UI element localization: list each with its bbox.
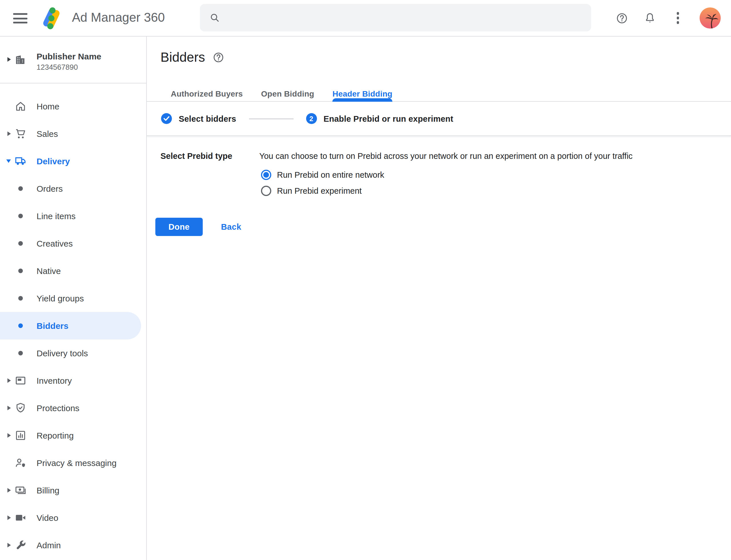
sidebar-item-label: Billing: [37, 485, 59, 495]
shield-check-icon: [14, 402, 27, 414]
radio-selected-icon[interactable]: [261, 170, 271, 180]
home-icon: [14, 100, 27, 113]
sidebar-item-home[interactable]: Home: [0, 93, 146, 120]
user-avatar[interactable]: [700, 7, 721, 29]
sidebar-item-delivery[interactable]: Delivery: [0, 147, 146, 175]
person-shield-icon: [14, 457, 27, 469]
sidebar-item-admin[interactable]: Admin: [0, 531, 146, 559]
shopping-cart-icon: [14, 127, 27, 140]
prebid-type-section: Select Prebid type You can choose to tur…: [161, 151, 717, 196]
search-icon: [209, 12, 221, 23]
sidebar-item-video[interactable]: Video: [0, 504, 146, 531]
step-label: Enable Prebid or run experiment: [324, 114, 453, 123]
sidebar-item-creatives[interactable]: Creatives: [0, 230, 146, 257]
bullet-icon: [18, 296, 23, 301]
stepper-step-1[interactable]: Select bidders: [161, 113, 236, 124]
sidebar-item-bidders[interactable]: Bidders: [0, 312, 141, 339]
sidebar-item-inventory[interactable]: Inventory: [0, 367, 146, 394]
radio-unselected-icon[interactable]: [261, 186, 271, 196]
sidebar-item-label: Inventory: [37, 376, 72, 385]
sidebar-item-native[interactable]: Native: [0, 257, 146, 285]
prebid-type-radio-group: Run Prebid on entire networkRun Prebid e…: [261, 170, 717, 196]
caret-right-icon[interactable]: [7, 543, 11, 547]
sidebar-item-sales[interactable]: Sales: [0, 120, 146, 147]
caret-right-icon: [7, 57, 11, 62]
notifications-bell-icon[interactable]: [644, 12, 656, 24]
wrench-icon: [14, 539, 27, 551]
inventory-icon: [14, 374, 27, 387]
bullet-icon: [18, 351, 23, 355]
publisher-id: 1234567890: [37, 63, 78, 71]
global-search[interactable]: [200, 4, 591, 31]
sidebar-item-line-items[interactable]: Line items: [0, 202, 146, 230]
caret-right-icon[interactable]: [7, 515, 11, 520]
sidebar-item-label: Privacy & messaging: [37, 458, 117, 468]
sidebar-item-delivery-tools[interactable]: Delivery tools: [0, 339, 146, 367]
bar-chart-icon: [14, 429, 27, 442]
section-description: You can choose to turn on Prebid across …: [259, 151, 632, 161]
sidebar-item-label: Creatives: [37, 239, 73, 248]
more-options-kebab-icon[interactable]: [672, 12, 684, 24]
page-title: Bidders: [161, 50, 205, 65]
tab-bar: Authorized BuyersOpen BiddingHeader Bidd…: [147, 86, 731, 102]
radio-run-prebid-on-entire-network[interactable]: Run Prebid on entire network: [261, 170, 717, 180]
sidebar-item-label: Line items: [37, 211, 76, 221]
sidebar-item-billing[interactable]: Billing: [0, 477, 146, 504]
sidebar-item-label: Video: [37, 513, 58, 523]
caret-right-icon[interactable]: [7, 488, 11, 493]
caret-right-icon[interactable]: [7, 378, 11, 383]
delivery-truck-icon: [14, 155, 27, 167]
app-title: Ad Manager 360: [72, 10, 165, 26]
section-label: Select Prebid type: [161, 151, 259, 161]
main-content: Bidders Authorized BuyersOpen BiddingHea…: [147, 37, 731, 560]
sidebar-item-orders[interactable]: Orders: [0, 175, 146, 202]
tab-open-bidding[interactable]: Open Bidding: [252, 86, 323, 101]
step-label: Select bidders: [179, 114, 236, 123]
sidebar-item-label: Home: [37, 101, 59, 111]
help-button[interactable]: [616, 12, 628, 24]
stepper: Select bidders2Enable Prebid or run expe…: [147, 102, 731, 136]
sidebar: Publisher Name 1234567890 HomeSalesDeliv…: [0, 37, 147, 560]
done-button[interactable]: Done: [155, 218, 203, 236]
sidebar-item-label: Sales: [37, 129, 58, 139]
radio-run-prebid-experiment[interactable]: Run Prebid experiment: [261, 186, 717, 196]
sidebar-item-label: Admin: [37, 540, 61, 550]
search-input[interactable]: [228, 3, 582, 32]
sidebar-item-label: Bidders: [37, 321, 69, 331]
sidebar-item-label: Delivery tools: [37, 348, 88, 358]
caret-right-icon[interactable]: [7, 406, 11, 410]
sidebar-item-yield-groups[interactable]: Yield groups: [0, 285, 146, 312]
payments-icon: [14, 484, 27, 497]
videocam-icon: [14, 511, 27, 524]
sidebar-item-privacy-messaging[interactable]: Privacy & messaging: [0, 449, 146, 477]
stepper-step-2[interactable]: 2Enable Prebid or run experiment: [306, 113, 453, 124]
bullet-icon: [18, 186, 23, 191]
page-title-row: Bidders: [161, 50, 225, 65]
sidebar-item-reporting[interactable]: Reporting: [0, 422, 146, 449]
sidebar-item-label: Protections: [37, 403, 79, 413]
publisher-switcher[interactable]: Publisher Name 1234567890: [0, 37, 146, 83]
caret-down-icon[interactable]: [6, 159, 11, 163]
step-number-badge: 2: [306, 113, 317, 124]
page-help-icon[interactable]: [213, 51, 225, 63]
tab-header-bidding[interactable]: Header Bidding: [323, 86, 401, 101]
hamburger-menu-icon[interactable]: [13, 13, 27, 23]
ad-manager-app: Ad Manager 360: [0, 0, 731, 560]
sidebar-item-protections[interactable]: Protections: [0, 394, 146, 422]
stepper-connector: [249, 118, 293, 119]
caret-right-icon[interactable]: [7, 131, 11, 136]
top-app-bar: Ad Manager 360: [0, 0, 731, 37]
radio-label: Run Prebid experiment: [277, 186, 362, 195]
caret-right-icon[interactable]: [7, 433, 11, 438]
appbar-actions: [616, 0, 721, 36]
sidebar-item-label: Yield groups: [37, 293, 84, 303]
building-icon: [14, 54, 26, 66]
back-button[interactable]: Back: [218, 222, 245, 232]
sidebar-item-label: Orders: [37, 184, 63, 193]
sidebar-item-label: Delivery: [37, 156, 70, 166]
bullet-icon: [18, 214, 23, 218]
publisher-name: Publisher Name: [37, 51, 101, 61]
tab-authorized-buyers[interactable]: Authorized Buyers: [162, 86, 252, 101]
sidebar-nav: HomeSalesDeliveryOrdersLine itemsCreativ…: [0, 83, 146, 559]
sidebar-item-label: Reporting: [37, 431, 74, 440]
